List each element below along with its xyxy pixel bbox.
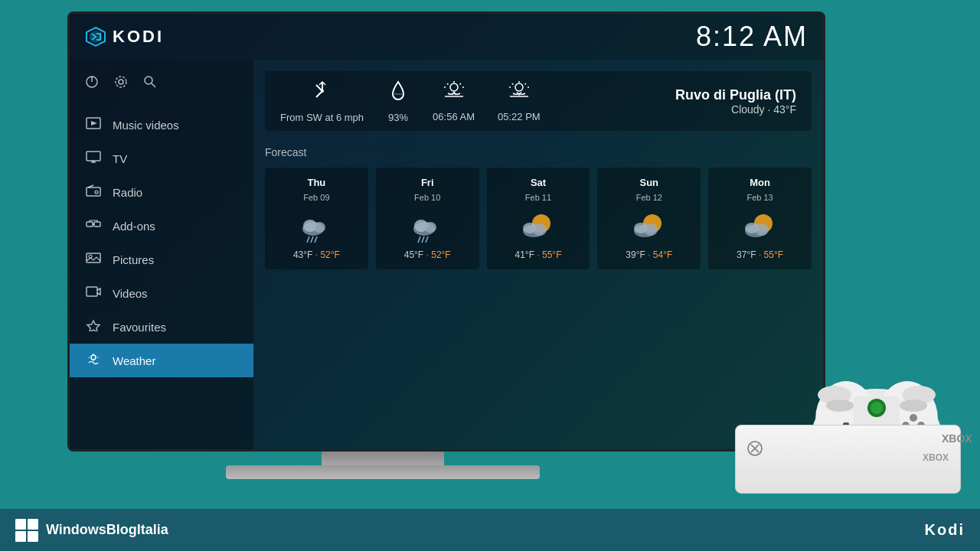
sidebar-item-tv[interactable]: TV [70, 142, 253, 175]
sunset-value: 05:22 PM [498, 111, 541, 122]
forecast-icon-fri [407, 207, 447, 245]
svg-line-36 [459, 83, 461, 85]
favourites-icon [85, 319, 102, 334]
kodi-main: Music videos TV Radio Add-ons [70, 60, 823, 449]
forecast-label: Forecast [265, 146, 812, 158]
forecast-high-sun: 54°F [653, 249, 672, 260]
forecast-high-fri: 52°F [431, 249, 450, 260]
weather-stats: From SW at 6 mph 93% [280, 79, 541, 123]
svg-line-41 [512, 83, 514, 85]
sidebar-item-music-videos[interactable]: Music videos [70, 108, 253, 142]
addons-icon [85, 218, 102, 233]
bottom-kodi-label: Kodi [925, 521, 965, 539]
forecast-high-sat: 55°F [542, 249, 561, 260]
sidebar-item-pictures-label: Pictures [113, 253, 154, 266]
wind-icon [310, 79, 335, 109]
svg-rect-21 [87, 287, 97, 296]
weather-stat-sunrise: 06:56 AM [433, 80, 475, 122]
forecast-date-fri: Feb 10 [414, 193, 440, 202]
svg-point-4 [119, 80, 123, 84]
forecast-low-mon: 37°F [737, 249, 756, 260]
forecast-date-mon: Feb 13 [746, 193, 773, 202]
sunset-icon [506, 80, 532, 108]
svg-rect-10 [87, 152, 100, 161]
svg-line-54 [418, 236, 420, 243]
weather-stat-sunset: 05:22 PM [498, 80, 541, 122]
svg-point-88 [900, 399, 927, 412]
settings-button[interactable] [114, 75, 128, 93]
sidebar-item-music-videos-label: Music videos [113, 119, 179, 132]
weather-location: Ruvo di Puglia (IT) Cloudy · 43°F [675, 87, 796, 116]
tv-stand-neck [322, 452, 444, 467]
svg-point-39 [515, 83, 523, 91]
svg-point-78 [910, 414, 917, 422]
svg-point-16 [96, 192, 97, 193]
kodi-app-title: KODI [113, 27, 164, 47]
sunrise-value: 06:56 AM [433, 111, 475, 122]
weather-city: Ruvo di Puglia (IT) [675, 87, 796, 103]
forecast-card-sat: Sat Feb 11 41°F · 55°F [487, 168, 590, 269]
wind-value: From SW at 6 mph [280, 112, 364, 123]
bottom-site-name: WindowsBlogItalia [46, 522, 168, 538]
sidebar-item-radio[interactable]: Radio [70, 175, 253, 209]
svg-point-33 [450, 83, 458, 91]
sidebar-item-pictures[interactable]: Pictures [70, 243, 253, 276]
svg-rect-19 [87, 253, 100, 262]
music-videos-icon [85, 117, 102, 132]
svg-point-53 [424, 222, 436, 233]
xbox-brand-label: XBOX [923, 452, 949, 463]
svg-line-50 [315, 236, 317, 243]
svg-point-74 [871, 402, 883, 414]
xbox-console-box: XBOX [735, 425, 961, 494]
forecast-date-sat: Feb 11 [525, 193, 551, 202]
sidebar-item-weather-label: Weather [113, 354, 155, 367]
sidebar-item-addons[interactable]: Add-ons [70, 209, 253, 243]
svg-point-68 [755, 223, 769, 236]
svg-point-5 [116, 77, 126, 87]
forecast-icon-thu [296, 207, 336, 245]
svg-point-47 [313, 222, 325, 233]
forecast-day-sun: Sun [640, 177, 659, 188]
videos-icon [85, 285, 102, 301]
forecast-card-thu: Thu Feb 09 43°F [265, 168, 368, 269]
sidebar-item-radio-label: Radio [113, 186, 142, 199]
kodi-screen: KODI 8:12 AM [70, 14, 823, 449]
svg-rect-18 [94, 222, 100, 227]
sidebar-item-videos-label: Videos [113, 287, 148, 300]
sidebar-item-weather[interactable]: Weather [70, 344, 253, 377]
forecast-low-sun: 39°F [626, 249, 645, 260]
forecast-grid: Thu Feb 09 43°F [265, 168, 812, 269]
svg-point-23 [91, 355, 96, 360]
weather-stat-humidity: 93% [387, 79, 410, 123]
sidebar-item-favourites-label: Favourites [113, 321, 166, 334]
forecast-low-thu: 43°F [293, 249, 312, 260]
forecast-temps-sat: 41°F · 55°F [515, 249, 562, 260]
forecast-temps-mon: 37°F · 55°F [737, 249, 783, 260]
svg-marker-22 [87, 321, 100, 331]
svg-point-6 [145, 77, 152, 84]
forecast-temps-sun: 39°F · 54°F [626, 249, 672, 260]
search-button[interactable] [143, 75, 157, 93]
sidebar-item-favourites[interactable]: Favourites [70, 310, 253, 344]
sidebar-item-videos[interactable]: Videos [70, 276, 253, 310]
svg-line-55 [422, 236, 424, 243]
tv-stand-base [226, 465, 540, 479]
pictures-icon [85, 252, 102, 267]
humidity-value: 93% [388, 112, 408, 123]
svg-line-49 [311, 236, 313, 243]
weather-icon [85, 353, 102, 368]
forecast-icon-sat [518, 207, 558, 245]
weather-current-bar: From SW at 6 mph 93% [265, 71, 812, 131]
forecast-card-fri: Fri Feb 10 45°F [376, 168, 479, 269]
kodi-sidebar: Music videos TV Radio Add-ons [70, 60, 253, 449]
svg-line-48 [307, 236, 309, 243]
weather-condition: Cloudy · 43°F [675, 103, 796, 116]
sidebar-item-tv-label: TV [113, 152, 127, 165]
kodi-logo-area: KODI [85, 26, 164, 47]
svg-point-31 [321, 90, 324, 93]
power-button[interactable] [85, 75, 99, 93]
forecast-day-sat: Sat [531, 177, 546, 188]
xbox-logo-circle [747, 441, 763, 456]
forecast-icon-sun [629, 207, 669, 245]
forecast-day-fri: Fri [421, 177, 434, 188]
